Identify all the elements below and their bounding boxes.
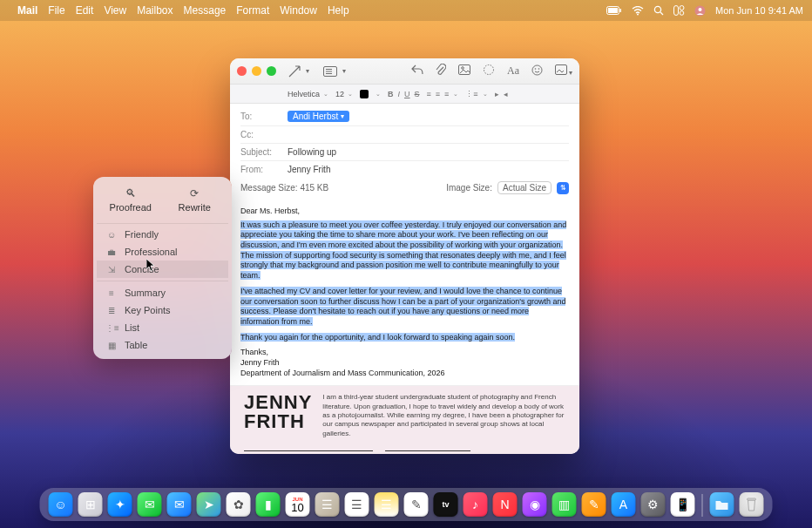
dock-settings[interactable]: ⚙ xyxy=(641,492,666,517)
menubar-clock[interactable]: Mon Jun 10 9:41 AM xyxy=(715,5,803,16)
proofread-button[interactable]: 🔍︎ Proofread xyxy=(100,184,161,218)
to-field[interactable]: Andi Herbst▾ xyxy=(288,111,569,122)
bold-button[interactable]: B xyxy=(388,90,394,98)
window-controls xyxy=(237,66,276,76)
image-size-stepper[interactable]: ⇅ xyxy=(557,182,569,194)
rewrite-button[interactable]: ⟳ Rewrite xyxy=(165,184,226,218)
dock-iphone[interactable]: 📱 xyxy=(671,492,695,517)
svg-point-3 xyxy=(637,13,639,15)
user-icon[interactable] xyxy=(694,5,706,17)
dock-tv[interactable]: tv xyxy=(434,492,458,517)
attach-icon[interactable] xyxy=(436,64,446,78)
dock-news[interactable]: N xyxy=(493,492,518,517)
recipient-chip[interactable]: Andi Herbst▾ xyxy=(288,111,349,122)
list-button[interactable]: ⋮≡ xyxy=(465,90,477,98)
menubar-mailbox[interactable]: Mailbox xyxy=(137,4,173,17)
battery-icon[interactable] xyxy=(606,6,622,15)
subject-field[interactable]: Following up xyxy=(288,147,569,157)
keypoints-label: Key Points xyxy=(125,305,171,315)
wifi-icon[interactable] xyxy=(632,6,644,16)
rewrite-icon: ⟳ xyxy=(165,187,226,200)
dock-appstore[interactable]: A xyxy=(612,492,636,517)
dock-facetime[interactable]: ▮ xyxy=(256,492,281,517)
compose-window: ▾ ▾ Aa ▾ Helvetica ⌄ 12 ⌄ ⌄ B I U xyxy=(230,58,579,454)
close-button[interactable] xyxy=(237,66,247,76)
message-size-label: Message Size: xyxy=(240,183,298,193)
minimize-button[interactable] xyxy=(252,66,261,76)
body-p1: It was such a pleasure to meet you over … xyxy=(240,220,566,280)
message-size-value: 415 KB xyxy=(300,183,328,193)
header-fields-button[interactable]: ▾ xyxy=(323,66,346,77)
dock-reminders[interactable]: ☰ xyxy=(345,492,369,517)
attachment-preview[interactable]: JENNY FRITH I am a third-year student un… xyxy=(230,385,579,454)
font-select[interactable]: Helvetica ⌄ xyxy=(288,90,328,98)
smile-icon: ☺ xyxy=(105,230,118,240)
align-center-button[interactable]: ≡ xyxy=(436,90,440,98)
reply-icon[interactable] xyxy=(411,64,423,78)
message-body[interactable]: Dear Ms. Herbst, It was such a pleasure … xyxy=(230,198,579,454)
compose-titlebar: ▾ ▾ Aa ▾ xyxy=(230,58,579,85)
text-color-button[interactable] xyxy=(360,90,369,98)
menubar-app-name[interactable]: Mail xyxy=(17,4,37,17)
compose-headers: To: Andi Herbst▾ Cc: Subject: Following … xyxy=(230,104,579,198)
dock-contacts[interactable]: ☰ xyxy=(315,492,340,517)
from-field[interactable]: Jenny Frith xyxy=(288,165,569,174)
dock-notes[interactable]: ☰ xyxy=(375,492,399,517)
menubar-window[interactable]: Window xyxy=(280,4,317,17)
menubar-help[interactable]: Help xyxy=(328,4,349,17)
menubar-file[interactable]: File xyxy=(48,4,64,17)
align-left-button[interactable]: ≡ xyxy=(427,90,431,98)
dock-messages[interactable]: ✉ xyxy=(138,492,162,517)
menubar-message[interactable]: Message xyxy=(184,4,227,17)
dock-numbers[interactable]: ▥ xyxy=(552,492,577,517)
list-item[interactable]: ⋮≡List xyxy=(97,319,228,336)
dock-music[interactable]: ♪ xyxy=(464,492,488,517)
tone-professional[interactable]: 💼︎Professional xyxy=(97,243,228,261)
format-button[interactable]: Aa xyxy=(507,64,519,78)
strike-button[interactable]: S xyxy=(415,90,420,98)
dock-finder[interactable]: ☺ xyxy=(49,492,73,517)
table-item[interactable]: ▦Table xyxy=(97,336,228,354)
indent-right-button[interactable]: ▸ xyxy=(495,90,499,98)
svg-point-18 xyxy=(532,65,542,75)
dock-calendar[interactable]: JUN10 xyxy=(286,492,310,517)
font-size-select[interactable]: 12 ⌄ xyxy=(335,90,353,98)
subject-label: Subject: xyxy=(240,147,288,157)
italic-button[interactable]: I xyxy=(398,90,401,98)
summary-icon: ≡ xyxy=(105,288,118,298)
svg-point-8 xyxy=(680,11,684,16)
zoom-button[interactable] xyxy=(267,66,276,76)
send-button[interactable]: ▾ xyxy=(288,65,309,78)
dock-podcasts[interactable]: ◉ xyxy=(523,492,547,517)
indent-left-button[interactable]: ◂ xyxy=(504,90,508,98)
summary-item[interactable]: ≡Summary xyxy=(97,284,228,301)
dock-maps[interactable]: ➤ xyxy=(197,492,221,517)
search-icon[interactable] xyxy=(653,5,664,16)
align-right-button[interactable]: ≡ xyxy=(444,90,449,98)
dock-divider xyxy=(702,494,703,517)
key-points-item[interactable]: ≣Key Points xyxy=(97,301,228,319)
photo-browser-icon[interactable]: ▾ xyxy=(555,64,572,78)
underline-button[interactable]: U xyxy=(404,90,410,98)
dock-safari[interactable]: ✦ xyxy=(108,492,132,517)
dock-photos[interactable]: ✿ xyxy=(227,492,251,517)
dock-launchpad[interactable]: ⊞ xyxy=(78,492,103,517)
dock-mail[interactable]: ✉ xyxy=(167,492,192,517)
tone-friendly[interactable]: ☺Friendly xyxy=(97,226,228,243)
dock-pages[interactable]: ✎ xyxy=(582,492,606,517)
body-p2: I've attached my CV and cover letter for… xyxy=(240,287,565,326)
writing-tools-icon[interactable] xyxy=(483,64,495,78)
dock-trash[interactable] xyxy=(740,492,764,517)
emoji-icon[interactable] xyxy=(531,64,543,78)
menubar-edit[interactable]: Edit xyxy=(76,4,94,17)
tone-concise[interactable]: ⇲Concise xyxy=(97,261,228,278)
recipient-name: Andi Herbst xyxy=(293,112,338,121)
menubar-view[interactable]: View xyxy=(104,4,126,17)
dock-freeform[interactable]: ✎ xyxy=(404,492,429,517)
image-size-select[interactable]: Actual Size xyxy=(497,181,551,194)
menubar-format[interactable]: Format xyxy=(236,4,269,17)
dock-downloads[interactable] xyxy=(710,492,734,517)
compress-icon: ⇲ xyxy=(105,265,118,274)
insert-image-icon[interactable] xyxy=(458,64,470,78)
control-center-icon[interactable] xyxy=(673,5,685,16)
